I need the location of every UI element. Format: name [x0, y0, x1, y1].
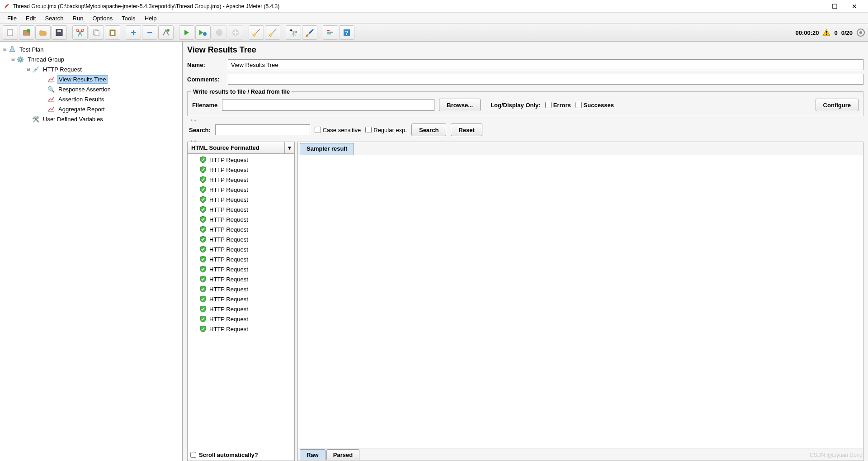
- flask-icon: [8, 46, 16, 53]
- successes-checkbox[interactable]: [576, 102, 582, 108]
- success-shield-icon: [199, 186, 207, 193]
- successes-checkbox-wrap[interactable]: Successes: [576, 102, 614, 109]
- result-item[interactable]: HTTP Request: [188, 185, 294, 195]
- result-item[interactable]: HTTP Request: [188, 224, 294, 234]
- window-title: Thread Group.jmx (C:\backup\Mytool\apach…: [13, 3, 810, 10]
- regular-exp-checkbox[interactable]: [365, 127, 372, 133]
- menu-file[interactable]: File: [4, 14, 20, 23]
- templates-button[interactable]: [19, 25, 34, 40]
- search-input[interactable]: [215, 124, 310, 135]
- results-list[interactable]: HTTP RequestHTTP RequestHTTP RequestHTTP…: [188, 154, 294, 449]
- reset-search-button[interactable]: 🖌️: [302, 25, 317, 40]
- new-button[interactable]: [3, 25, 18, 40]
- tree-toggle-icon[interactable]: ⊟: [2, 47, 8, 52]
- case-sensitive-wrap[interactable]: Case sensitive: [315, 127, 361, 133]
- result-item[interactable]: HTTP Request: [188, 214, 294, 224]
- collapse-button[interactable]: −: [142, 25, 157, 40]
- start-no-pause-button[interactable]: [195, 25, 211, 40]
- chevron-down-icon[interactable]: ▼: [284, 142, 294, 153]
- toggle-button[interactable]: [158, 25, 174, 40]
- filename-label: Filename: [192, 102, 217, 109]
- svg-rect-13: [233, 32, 238, 33]
- svg-rect-4: [57, 30, 61, 32]
- success-shield-icon: [199, 276, 207, 283]
- start-button[interactable]: [179, 25, 194, 40]
- comments-input[interactable]: [228, 74, 863, 85]
- result-item[interactable]: HTTP Request: [188, 204, 294, 214]
- scroll-auto-checkbox[interactable]: [190, 452, 196, 458]
- stop-button[interactable]: [212, 25, 227, 40]
- errors-checkbox-wrap[interactable]: Errors: [545, 102, 571, 109]
- close-icon[interactable]: ✕: [850, 3, 859, 10]
- menu-options[interactable]: Options: [89, 14, 116, 23]
- renderer-combo[interactable]: HTML Source Formatted ▼: [188, 142, 294, 154]
- result-item[interactable]: HTTP Request: [188, 284, 294, 294]
- result-item[interactable]: HTTP Request: [188, 155, 294, 165]
- threads-icon[interactable]: [856, 28, 865, 37]
- paste-button[interactable]: [105, 25, 120, 40]
- reset-button[interactable]: Reset: [451, 124, 482, 136]
- clear-button[interactable]: 🧹: [249, 25, 264, 40]
- menu-run[interactable]: Run: [69, 14, 87, 23]
- tree-node-test-plan[interactable]: ⊟ Test Plan: [2, 44, 180, 54]
- help-button[interactable]: ?: [339, 25, 354, 40]
- tab-parsed[interactable]: Parsed: [326, 449, 359, 460]
- result-item[interactable]: HTTP Request: [188, 195, 294, 204]
- window-controls: — ☐ ✕: [810, 3, 864, 10]
- clear-all-button[interactable]: 🧹: [265, 25, 280, 40]
- chart-icon: [47, 95, 55, 103]
- copy-button[interactable]: [89, 25, 104, 40]
- tree-toggle-icon[interactable]: ⊟: [25, 67, 32, 71]
- result-item[interactable]: HTTP Request: [188, 244, 294, 254]
- dropper-icon: 💉: [32, 66, 40, 73]
- tree-node-view-results-tree[interactable]: View Results Tree: [2, 74, 180, 84]
- result-item[interactable]: HTTP Request: [188, 304, 294, 314]
- function-helper-button[interactable]: [323, 25, 338, 40]
- cut-button[interactable]: ✂️: [72, 25, 88, 40]
- results-left-panel: HTML Source Formatted ▼ HTTP RequestHTTP…: [187, 142, 295, 461]
- scroll-auto-wrap[interactable]: Scroll automatically?: [188, 449, 294, 461]
- search-label: Search:: [189, 127, 211, 133]
- shutdown-button[interactable]: [228, 25, 243, 40]
- warning-icon[interactable]: !: [822, 29, 830, 37]
- save-button[interactable]: [52, 25, 67, 40]
- result-item[interactable]: HTTP Request: [188, 165, 294, 175]
- errors-checkbox[interactable]: [545, 102, 552, 108]
- case-sensitive-checkbox[interactable]: [315, 127, 321, 133]
- search-button[interactable]: Search: [411, 124, 446, 136]
- expand-button[interactable]: +: [126, 25, 141, 40]
- result-item[interactable]: HTTP Request: [188, 264, 294, 274]
- tab-sampler-result[interactable]: Sampler result: [300, 143, 354, 155]
- test-plan-tree[interactable]: ⊟ Test Plan ⊟ ⚙️ Thread Group ⊟ 💉 HTTP R…: [0, 42, 183, 461]
- result-item[interactable]: HTTP Request: [188, 234, 294, 244]
- name-input[interactable]: [228, 59, 863, 70]
- filename-input[interactable]: [222, 99, 434, 111]
- tab-raw[interactable]: Raw: [300, 449, 326, 460]
- menu-tools[interactable]: Tools: [118, 14, 139, 23]
- tree-node-aggregate-report[interactable]: Aggregate Report: [2, 104, 180, 114]
- result-item[interactable]: HTTP Request: [188, 324, 294, 334]
- menu-search[interactable]: Search: [41, 14, 67, 23]
- minimize-icon[interactable]: —: [810, 3, 819, 10]
- tree-node-assertion-results[interactable]: Assertion Results: [2, 94, 180, 104]
- result-item[interactable]: HTTP Request: [188, 294, 294, 304]
- browse-button[interactable]: Browse...: [439, 99, 481, 111]
- search-tool-button[interactable]: 🔭: [286, 25, 301, 40]
- result-item[interactable]: HTTP Request: [188, 314, 294, 324]
- tree-node-http-request[interactable]: ⊟ 💉 HTTP Request: [2, 64, 180, 74]
- regular-exp-wrap[interactable]: Regular exp.: [365, 127, 407, 133]
- open-button[interactable]: [35, 25, 51, 40]
- svg-point-2: [27, 29, 30, 33]
- tree-node-response-assertion[interactable]: 🔍 Response Assertion: [2, 84, 180, 94]
- tree-node-thread-group[interactable]: ⊟ ⚙️ Thread Group: [2, 54, 180, 64]
- tree-node-user-defined-variables[interactable]: 🛠️ User Defined Variables: [2, 114, 180, 124]
- result-item[interactable]: HTTP Request: [188, 274, 294, 284]
- result-item[interactable]: HTTP Request: [188, 175, 294, 185]
- tree-toggle-icon[interactable]: ⊟: [10, 57, 16, 62]
- menu-help[interactable]: Help: [141, 14, 160, 23]
- menu-edit[interactable]: Edit: [22, 14, 39, 23]
- maximize-icon[interactable]: ☐: [830, 3, 839, 10]
- success-shield-icon: [199, 256, 207, 263]
- configure-button[interactable]: Configure: [816, 99, 859, 111]
- result-item[interactable]: HTTP Request: [188, 254, 294, 264]
